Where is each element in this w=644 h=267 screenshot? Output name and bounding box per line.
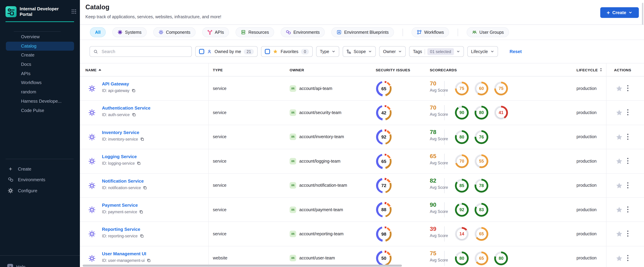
tags-filter[interactable]: Tags 01 selected [409,46,464,57]
entity-name-link[interactable]: Notification Service [102,178,147,184]
tab-environment-blueprints[interactable]: Environment Blueprints [332,27,394,37]
tab-user-groups[interactable]: User Groups [467,27,509,37]
favorite-star-icon[interactable] [616,158,623,165]
table-row: Notification Service ID: notification-se… [80,174,644,198]
row-menu-icon[interactable] [627,85,630,92]
owner-label: account/payment-team [299,207,343,212]
tab-systems[interactable]: Systems [112,27,147,37]
horizontal-scrollbar[interactable] [83,264,402,267]
row-menu-icon[interactable] [627,134,630,140]
sidebar-item-create[interactable]: Create [6,51,74,60]
row-menu-icon[interactable] [627,158,630,165]
sidebar-item-harness-develope[interactable]: Harness Develope... [6,97,74,106]
sort-ascending-icon [98,69,101,71]
entity-type: service [213,110,226,115]
sidebar-item-catalog[interactable]: Catalog [6,42,74,51]
tab-workflows[interactable]: Workflows [411,27,449,37]
entity-name-link[interactable]: Authentication Service [102,106,150,111]
reset-button[interactable]: Reset [510,49,522,54]
scorecard-ring: 76 [474,130,488,144]
main-content: Catalog Keep track of applications, serv… [80,0,644,267]
search-input[interactable] [101,49,188,54]
copy-icon[interactable] [143,186,147,190]
copy-icon[interactable] [132,113,136,117]
type-filter[interactable]: Type [316,46,339,57]
entity-name-link[interactable]: API Gateway [102,81,136,86]
copy-icon[interactable] [139,210,144,214]
tab-environments[interactable]: Environments [281,27,325,37]
sidebar-item-create[interactable]: +Create [0,164,80,174]
app-grid-icon[interactable] [71,9,76,14]
favorite-star-icon[interactable] [616,230,623,238]
sidebar-item-configure[interactable]: Configure [0,186,80,195]
entity-name-link[interactable]: Payment Service [102,202,144,208]
scorecards-divider [444,178,444,193]
sidebar-item-overview[interactable]: Overview [6,32,74,42]
search-box[interactable] [90,46,192,57]
chevron-down-icon [490,50,494,54]
row-menu-icon[interactable] [627,110,630,116]
entity-name-link[interactable]: Logging Service [102,154,141,159]
sidebar-item-environments[interactable]: Environments [0,175,80,184]
scorecards-divider [444,202,444,218]
tab-all[interactable]: All [90,27,106,37]
avg-score-block: 75 Avg Score [430,250,448,262]
entity-id: ID: inventory-service [102,137,138,141]
resources-icon [241,30,246,35]
favorites-label: Favorites [281,49,298,54]
entity-name-link[interactable]: Inventory Service [102,130,144,135]
row-menu-icon[interactable] [627,206,630,213]
sidebar-item-docs[interactable]: Docs [6,60,74,69]
favorite-star-icon[interactable] [616,109,623,116]
tab-resources[interactable]: Resources [236,27,274,37]
sidebar-item-help[interactable]: ? Help [7,264,26,267]
copy-icon[interactable] [140,137,144,141]
scorecards: 806580 [455,251,508,265]
sidebar-item-random[interactable]: random [6,88,74,97]
copy-icon[interactable] [140,234,144,238]
row-menu-icon[interactable] [627,182,630,189]
favorite-star-icon[interactable] [616,206,623,214]
sidebar-item-workflows[interactable]: Workflows [6,78,74,88]
security-issues-donut: 98 [376,226,392,242]
owner-filter[interactable]: Owner [379,46,406,57]
favorite-star-icon[interactable] [616,182,623,189]
owner-group-icon [290,134,296,140]
row-menu-icon[interactable] [627,231,630,238]
entity-type: service [213,159,226,164]
favorite-star-icon[interactable] [616,85,623,92]
copy-icon[interactable] [132,88,136,93]
copy-icon[interactable] [147,258,151,262]
scope-filter[interactable]: Scope [343,46,376,57]
favorites-filter[interactable]: Favorites 0 [261,46,313,57]
person-icon [207,49,212,54]
tab-components[interactable]: Components [153,27,196,37]
scope-filter-label: Scope [354,49,366,54]
create-button[interactable]: + Create [600,7,639,18]
favorite-star-icon[interactable] [616,254,623,262]
table-row: Logging Service ID: logging-service serv… [80,149,644,174]
column-header-scorecards: SCORECARDS [430,64,457,76]
scorecards: 9283 [455,203,488,217]
sidebar-item-code-pulse[interactable]: Code Pulse [6,106,74,115]
vertical-scrollbar[interactable] [642,3,643,25]
component-gear-icon [88,109,96,116]
plus-icon: + [8,166,14,172]
entity-name-link[interactable]: User Management UI [102,251,151,256]
row-menu-icon[interactable] [627,255,630,262]
page-header: Catalog Keep track of applications, serv… [80,0,644,25]
column-header-lifecycle[interactable]: LIFECYCLE [576,64,602,76]
tab-apis[interactable]: APIs [202,27,229,37]
chevron-down-icon [456,50,460,54]
owned-by-me-checkbox[interactable] [199,49,204,54]
lifecycle-filter[interactable]: Lifecycle [467,46,498,57]
owned-by-me-filter[interactable]: Owned by me 21 [195,46,258,57]
entity-name-link[interactable]: Reporting Service [102,227,144,232]
sidebar-item-apis[interactable]: APIs [6,69,74,78]
entity-type: service [213,183,226,188]
favorite-star-icon[interactable] [616,133,623,141]
favorites-checkbox[interactable] [265,49,270,54]
column-header-name[interactable]: NAME [86,64,101,76]
scorecard-ring: 75 [494,82,508,96]
copy-icon[interactable] [137,161,141,165]
